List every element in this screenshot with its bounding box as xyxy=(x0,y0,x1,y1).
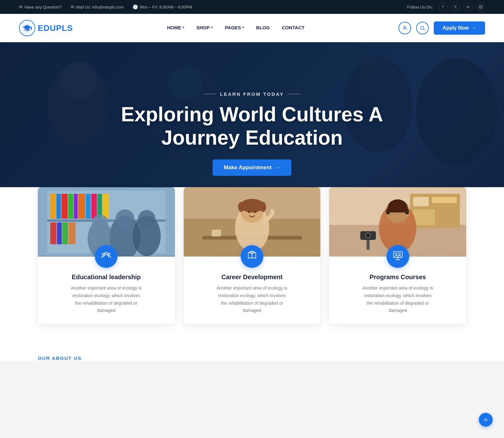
svg-point-43 xyxy=(108,253,110,255)
arrow-right-icon: → xyxy=(471,25,476,31)
header-actions: Apply Now → xyxy=(398,21,485,35)
twitter-icon[interactable]: 𝕏 xyxy=(451,3,460,11)
contact-hours: 🕐 Mon – Fri: 8:00AM – 6:00PM xyxy=(133,4,192,9)
svg-rect-21 xyxy=(56,194,61,219)
svg-point-36 xyxy=(116,209,134,228)
svg-rect-34 xyxy=(69,222,76,244)
nav-blog[interactable]: BLOG xyxy=(251,14,275,42)
card-1-icon-wrap xyxy=(95,245,117,268)
question-label: Have any Question? xyxy=(25,5,62,9)
svg-rect-31 xyxy=(50,222,57,244)
svg-rect-33 xyxy=(62,222,68,244)
linkedin-icon[interactable]: in xyxy=(464,3,472,11)
svg-rect-32 xyxy=(57,222,62,244)
svg-rect-62 xyxy=(413,209,435,225)
programs-icon xyxy=(392,250,403,263)
card-educational-leadership: Educational leadership Another important… xyxy=(38,187,175,324)
nav-contact[interactable]: CONTACT xyxy=(277,14,309,42)
user-icon-button[interactable] xyxy=(398,22,411,34)
pages-chevron-icon: ▾ xyxy=(242,26,244,30)
card-3-icon-wrap xyxy=(387,245,409,268)
svg-rect-61 xyxy=(432,197,457,203)
svg-point-41 xyxy=(105,252,107,255)
nav-pages[interactable]: PAGES ▾ xyxy=(220,14,249,42)
home-chevron-icon: ▾ xyxy=(182,26,184,30)
card-3-desc: Another important area of ecology is res… xyxy=(354,285,442,314)
logo-text-accent: LS xyxy=(62,23,73,33)
svg-point-70 xyxy=(366,234,370,238)
card-1-title: Educational leadership xyxy=(72,274,141,281)
svg-rect-71 xyxy=(393,252,402,257)
contact-question: ✉ Have any Question? xyxy=(19,4,62,9)
card-2-desc: Another important area of ecology is res… xyxy=(208,285,296,314)
svg-point-2 xyxy=(481,6,482,7)
card-1-desc: Another important area of ecology is res… xyxy=(62,285,150,314)
arrow-icon: → xyxy=(275,164,280,171)
hero-title: Exploring World Cultures A Journey Educa… xyxy=(121,103,383,149)
card-career-development: Career Development Another important are… xyxy=(184,187,321,324)
education-icon xyxy=(101,250,112,263)
mail-icon: ✉ xyxy=(19,4,23,9)
hero-tagline: LEARN FROM TODAY xyxy=(203,91,300,97)
make-appointment-button[interactable]: Make Appointment → xyxy=(213,159,291,176)
clock-icon: 🕐 xyxy=(133,4,138,9)
svg-rect-54 xyxy=(212,230,221,237)
mail-icon-2: ✉ xyxy=(71,4,74,9)
svg-rect-23 xyxy=(68,194,73,219)
hours-label: Mon – Fri: 8:00AM – 6:00PM xyxy=(140,5,192,9)
card-programs-courses: Programs Courses Another important area … xyxy=(329,187,466,324)
logo[interactable]: EDUPLS xyxy=(19,20,73,36)
main-nav: HOME ▾ SHOP ▾ PAGES ▾ BLOG CONTACT xyxy=(162,14,309,42)
svg-rect-26 xyxy=(86,194,91,219)
svg-line-9 xyxy=(424,29,425,30)
logo-text-1: EDUP xyxy=(38,23,62,33)
svg-point-40 xyxy=(92,214,108,230)
svg-point-38 xyxy=(138,210,155,227)
logo-icon xyxy=(19,20,35,36)
svg-rect-60 xyxy=(413,197,429,206)
card-2-title: Career Development xyxy=(221,274,283,281)
about-teaser: OUR ABOUT US xyxy=(0,343,504,361)
svg-point-1 xyxy=(480,6,482,8)
career-icon xyxy=(247,250,257,263)
apply-now-button[interactable]: Apply Now → xyxy=(434,21,485,35)
svg-rect-5 xyxy=(31,27,32,30)
shop-chevron-icon: ▾ xyxy=(211,26,213,30)
svg-point-8 xyxy=(421,26,424,30)
svg-point-75 xyxy=(398,253,400,255)
nav-home[interactable]: HOME ▾ xyxy=(162,14,189,42)
nav-shop[interactable]: SHOP ▾ xyxy=(191,14,218,42)
svg-point-50 xyxy=(238,202,244,212)
hero-content: LEARN FROM TODAY Exploring World Culture… xyxy=(121,91,383,176)
facebook-icon[interactable]: f xyxy=(438,3,447,11)
search-icon-button[interactable] xyxy=(416,22,429,34)
mail-label: Mail Us: info@edupls.com xyxy=(76,5,124,9)
svg-point-7 xyxy=(404,26,406,28)
follow-label: Follow Us On: xyxy=(407,5,433,9)
svg-rect-20 xyxy=(50,194,56,219)
svg-point-42 xyxy=(102,253,104,255)
header: EDUPLS HOME ▾ SHOP ▾ PAGES ▾ BLOG CONTAC… xyxy=(0,14,504,42)
instagram-icon[interactable] xyxy=(476,3,485,11)
top-bar-right: Follow Us On: f 𝕏 in xyxy=(407,3,485,11)
svg-point-51 xyxy=(260,202,266,212)
svg-rect-22 xyxy=(61,194,68,219)
svg-point-74 xyxy=(395,253,397,255)
svg-rect-27 xyxy=(91,194,97,219)
svg-rect-0 xyxy=(479,5,482,9)
card-3-title: Programs Courses xyxy=(369,274,426,281)
top-bar: ✉ Have any Question? ✉ Mail Us: info@edu… xyxy=(0,0,504,14)
svg-rect-24 xyxy=(74,194,78,219)
card-2-icon-wrap xyxy=(241,245,263,268)
cards-row: Educational leadership Another important… xyxy=(38,187,466,324)
svg-point-53 xyxy=(254,210,256,213)
svg-point-52 xyxy=(248,210,250,213)
about-label: OUR ABOUT US xyxy=(38,355,466,361)
top-bar-left: ✉ Have any Question? ✉ Mail Us: info@edu… xyxy=(19,4,192,9)
svg-rect-25 xyxy=(78,194,85,219)
logo-text: EDUPLS xyxy=(38,23,73,33)
contact-mail: ✉ Mail Us: info@edupls.com xyxy=(71,4,124,9)
cards-section: Educational leadership Another important… xyxy=(0,187,504,343)
svg-rect-29 xyxy=(102,194,109,219)
